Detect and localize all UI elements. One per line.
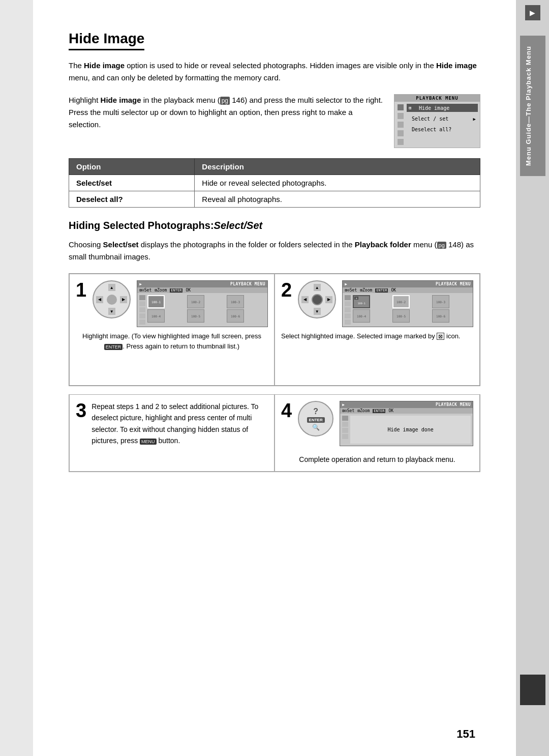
step-1-caption: Highlight image. (To view highlighted im… — [76, 331, 268, 351]
step-1-cell: 1 ▲ ▼ ◀ ▶ ▶ PLAYBACK MENU — [69, 274, 274, 386]
page-container: Hide Image The Hide image option is used… — [33, 0, 516, 756]
step1-thumbnails: 100-1 100-2 100-3 100-4 — [147, 295, 265, 323]
steps-grid: 1 ▲ ▼ ◀ ▶ ▶ PLAYBACK MENU — [69, 273, 480, 386]
page-title: Hide Image — [69, 31, 144, 50]
table-cell-desc1: Hide or reveal selected photographs. — [195, 175, 480, 191]
table-cell-option1: Select/set — [69, 175, 195, 191]
step-1-number: 1 — [76, 280, 86, 300]
menu-item-select-set: Select / set ▶ — [407, 115, 478, 123]
hide-image-icon: ⊠ — [409, 105, 417, 111]
step-2-number: 2 — [281, 280, 292, 300]
step1-menu: ▶ PLAYBACK MENU ⊠⊙Set ⊠Zoom ENTER OK — [137, 280, 268, 327]
step2-menu: ▶ PLAYBACK MENU ⊠⊙Set ⊠Zoom ENTER OK — [342, 280, 473, 327]
step-3-cell: 3 Repeat steps 1 and 2 to select additio… — [69, 394, 274, 472]
sidebar-arrow: ▶ — [525, 5, 540, 20]
step-4-cell: 4 ? ENTER 🔍 ▶ PLAYBACK MENU ⊠⊙Set ⊠Zoom — [274, 394, 480, 472]
steps-bottom-grid: 3 Repeat steps 1 and 2 to select additio… — [69, 394, 480, 472]
arrow-icon: ▶ — [473, 117, 476, 122]
step-4-number: 4 — [281, 401, 292, 420]
menu-item-hide-image: ⊠ Hide image — [407, 104, 478, 112]
step-4-caption: Complete operation and return to playbac… — [281, 454, 473, 465]
step-2-cell: 2 ▲ ▼ ◀ ▶ ▶ PLAYBACK MENU — [274, 274, 480, 386]
mark-icon: ⊠ — [437, 333, 444, 340]
menu-btn-icon: MENU — [140, 439, 157, 445]
sidebar-dark-block — [520, 675, 545, 705]
menu-screenshot: PLAYBACK MENU ⊠ Hide image — [394, 94, 480, 148]
menu-body: ⊠ Hide image Select / set ▶ Deselect all… — [394, 102, 480, 148]
enter-button-image: ? ENTER 🔍 — [298, 401, 333, 437]
table-col-option: Option — [69, 159, 195, 175]
step-2-caption: Select highlighted image. Selected image… — [281, 331, 460, 341]
section-text: Highlight Hide image in the playback men… — [69, 94, 384, 148]
sub-heading: Hiding Selected Photographs:Select/Set — [69, 220, 480, 231]
table-col-description: Description — [195, 159, 480, 175]
sidebar-label: Menu Guide—The Playback Menu — [520, 36, 545, 176]
intro-paragraph: The Hide image option is used to hide or… — [69, 60, 480, 84]
step4-menu: ▶ PLAYBACK MENU ⊠⊙Set ⊠Zoom ENTER OK — [340, 401, 473, 446]
page-number: 151 — [456, 728, 475, 741]
body-text: Choosing Select/set displays the photogr… — [69, 239, 480, 263]
menu-header: PLAYBACK MENU — [394, 95, 480, 102]
table-row: Select/set Hide or reveal selected photo… — [69, 175, 480, 191]
step2-thumbnails: ⊠ 100-1 100-2 100-3 100-4 — [353, 295, 471, 323]
section-with-image: Highlight Hide image in the playback men… — [69, 94, 480, 148]
table-cell-option2: Deselect all? — [69, 191, 195, 208]
menu-item-deselect: Deselect all? — [407, 126, 478, 133]
step4-done-text: Hide image done — [350, 416, 471, 444]
step-3-text: Repeat steps 1 and 2 to select additiona… — [92, 401, 268, 447]
option-table: Option Description Select/set Hide or re… — [69, 158, 480, 208]
table-cell-desc2: Reveal all photographs. — [195, 191, 480, 208]
step-3-number: 3 — [76, 401, 86, 420]
enter-icon-inline: ENTER — [104, 344, 123, 350]
right-sidebar: ▶ Menu Guide—The Playback Menu — [516, 0, 549, 756]
table-row: Deselect all? Reveal all photographs. — [69, 191, 480, 208]
